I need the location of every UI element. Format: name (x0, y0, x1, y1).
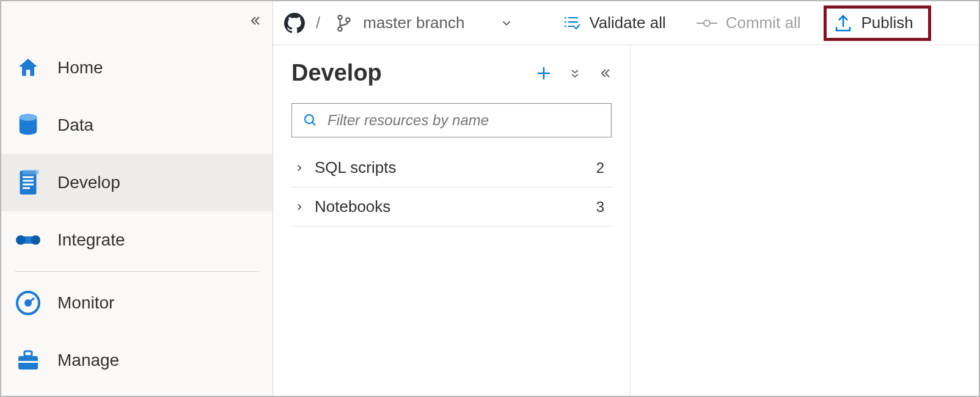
nav-divider (15, 271, 259, 272)
svg-rect-3 (23, 170, 39, 175)
top-actions: Validate all Commit all Publish (555, 5, 931, 41)
chevron-right-icon (294, 202, 305, 213)
svg-point-10 (31, 235, 40, 245)
sidebar-item-label: Manage (57, 351, 119, 370)
gauge-icon (16, 291, 40, 315)
svg-rect-4 (23, 177, 34, 178)
home-icon (16, 56, 40, 80)
filter-input[interactable] (327, 112, 600, 129)
collapse-panel-icon[interactable] (597, 66, 612, 81)
svg-rect-7 (23, 188, 30, 189)
tree-item-count: 3 (596, 198, 609, 216)
panel-title: Develop (291, 60, 382, 86)
branch-picker[interactable]: master branch (331, 11, 518, 35)
database-icon (16, 113, 40, 137)
commit-all-button: Commit all (689, 10, 808, 36)
panel-actions (535, 64, 612, 82)
sidebar-item-monitor[interactable]: Monitor (1, 274, 272, 332)
add-icon[interactable] (535, 64, 553, 82)
button-label: Validate all (589, 13, 665, 32)
svg-rect-15 (18, 361, 38, 363)
sidebar-item-label: Monitor (57, 293, 114, 313)
nav: Home Data Develop Integrate Monito (1, 1, 272, 389)
svg-point-9 (16, 235, 26, 245)
sidebar-item-develop[interactable]: Develop (1, 154, 272, 211)
branch-icon (336, 14, 352, 32)
sidebar-item-label: Develop (57, 173, 120, 192)
svg-point-1 (20, 114, 37, 120)
document-icon (16, 170, 40, 195)
sidebar-item-data[interactable]: Data (1, 97, 272, 154)
chevron-right-icon (294, 162, 305, 173)
commit-icon (697, 17, 717, 29)
publish-icon (834, 13, 852, 33)
svg-rect-5 (23, 180, 34, 182)
tree-item-label: SQL scripts (315, 158, 587, 177)
svg-point-16 (338, 15, 342, 19)
checklist-icon (562, 15, 580, 32)
tree-item-count: 2 (596, 159, 609, 177)
sidebar: Home Data Develop Integrate Monito (1, 1, 273, 396)
sidebar-item-label: Integrate (57, 230, 125, 250)
sidebar-item-manage[interactable]: Manage (1, 332, 272, 389)
branch-name: master branch (363, 13, 464, 32)
content-row: Develop (273, 45, 979, 396)
svg-rect-6 (23, 184, 34, 186)
collapse-sidebar-icon[interactable] (247, 13, 261, 28)
publish-button[interactable]: Publish (824, 5, 931, 41)
button-label: Publish (861, 13, 913, 32)
github-icon[interactable] (284, 13, 305, 34)
filter-box[interactable] (291, 103, 612, 137)
svg-point-19 (704, 20, 710, 26)
toolbox-icon (16, 348, 40, 373)
sidebar-item-label: Home (57, 58, 103, 78)
path-separator: / (311, 13, 325, 32)
svg-point-18 (346, 18, 349, 21)
svg-point-20 (305, 115, 313, 123)
button-label: Commit all (726, 13, 801, 32)
editor-pane (631, 45, 979, 396)
panel-header: Develop (291, 60, 612, 86)
chevron-down-icon (500, 16, 513, 30)
topbar: / master branch Validate all Commit (273, 1, 979, 45)
sidebar-item-integrate[interactable]: Integrate (1, 211, 272, 269)
main: / master branch Validate all Commit (273, 1, 979, 396)
search-icon (303, 113, 318, 128)
tree-item-notebooks[interactable]: Notebooks 3 (291, 188, 612, 227)
tree-item-sql-scripts[interactable]: SQL scripts 2 (291, 148, 612, 188)
svg-point-17 (338, 27, 342, 31)
tree-item-label: Notebooks (315, 197, 587, 216)
expand-all-icon[interactable] (569, 66, 581, 81)
sidebar-item-label: Data (57, 115, 93, 135)
develop-panel: Develop (273, 45, 631, 396)
sidebar-item-home[interactable]: Home (1, 39, 272, 97)
pipeline-icon (16, 228, 40, 252)
validate-all-button[interactable]: Validate all (555, 10, 673, 36)
svg-rect-14 (24, 351, 32, 356)
